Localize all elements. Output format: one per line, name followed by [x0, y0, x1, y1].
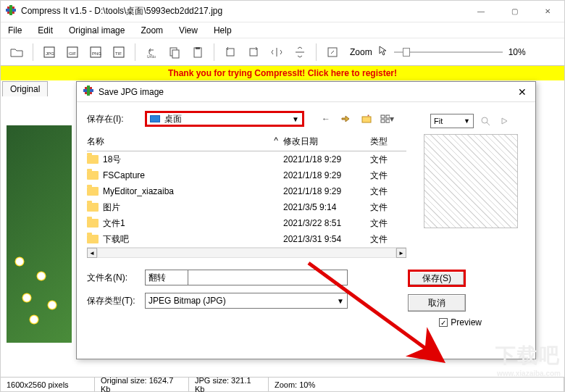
zoom-in-icon[interactable] [478, 114, 493, 128]
col-date[interactable]: 修改日期 [283, 135, 370, 148]
list-item[interactable]: FSCapture2021/1/18 9:29文件 [87, 167, 406, 183]
file-list[interactable]: 18号2021/1/18 9:29文件 FSCapture2021/1/18 9… [87, 151, 406, 248]
svg-text:GIF: GIF [69, 51, 76, 56]
menu-edit[interactable]: Edit [35, 24, 56, 37]
paste-icon[interactable] [188, 42, 208, 62]
folder-icon [87, 187, 99, 196]
h-scrollbar[interactable]: ◄ ► [87, 248, 406, 258]
rotate-left-icon[interactable] [220, 42, 240, 62]
cancel-button[interactable]: 取消 [408, 294, 466, 312]
filetype-combo[interactable]: JPEG Bitmap (JPG) ▼ [145, 293, 348, 309]
dialog-title: Save JPG image [99, 87, 509, 97]
zoom-label: Zoom [350, 47, 372, 57]
view-menu-icon[interactable]: ▾ [380, 112, 394, 126]
flip-v-icon[interactable] [290, 42, 310, 62]
svg-rect-2 [9, 5, 12, 15]
list-item[interactable]: 下载吧2021/3/31 9:54文件 [87, 231, 406, 247]
button-column: 保存(S) 取消 [408, 270, 466, 312]
folder-icon [87, 219, 99, 228]
filename-field[interactable] [188, 270, 348, 285]
dialog-close-button[interactable]: ✕ [509, 82, 535, 102]
desktop-icon [150, 115, 160, 122]
status-original-size: Original size: 1624.7 Kb [95, 378, 189, 391]
chevron-down-icon: ▼ [292, 115, 299, 123]
list-item[interactable]: 文件12021/3/22 8:51文件 [87, 215, 406, 231]
zoom-value: 10% [508, 47, 526, 57]
play-icon[interactable] [497, 114, 511, 128]
filename-value[interactable]: 翻转 [146, 270, 188, 285]
close-button[interactable]: ✕ [531, 1, 564, 22]
savein-label: 保存在(I): [87, 113, 138, 125]
folder-icon [87, 235, 99, 243]
new-folder-icon[interactable]: * [359, 112, 374, 126]
maximize-button[interactable]: ▢ [498, 1, 531, 22]
svg-rect-13 [172, 50, 179, 58]
flip-h-icon[interactable] [267, 42, 287, 62]
savein-row: 保存在(I): 桌面 ▼ ← * ▾ Fit▼ [87, 111, 525, 127]
dialog-body: 保存在(I): 桌面 ▼ ← * ▾ Fit▼ [77, 102, 535, 359]
filename-highlight: 翻转 [145, 270, 188, 285]
savein-combo[interactable]: 桌面 ▼ [145, 111, 304, 127]
svg-rect-15 [196, 47, 200, 49]
tab-original[interactable]: Original [2, 81, 48, 96]
list-item[interactable]: MyEditor_xiazaiba2021/1/18 9:29文件 [87, 183, 406, 199]
save-button[interactable]: 保存(S) [408, 270, 466, 287]
svg-rect-25 [386, 115, 390, 118]
tif-icon[interactable]: TIF [109, 42, 129, 62]
bottom-area: 文件名(N): 翻转 保存类型(T): JPEG Bitmap (JPG) ▼ … [87, 270, 525, 312]
png-icon[interactable]: PNG [85, 42, 106, 62]
resize-icon[interactable] [322, 42, 343, 62]
copy-icon[interactable] [164, 42, 185, 62]
filetype-label: 保存类型(T): [87, 295, 138, 307]
filename-label: 文件名(N): [87, 272, 138, 284]
file-list-header: 名称 ^ 修改日期 类型 [87, 133, 406, 151]
preview-checkbox-row: ✓ Preview [87, 317, 525, 328]
back-icon[interactable]: ← [319, 112, 333, 126]
list-item[interactable]: 图片2021/3/5 9:14文件 [87, 199, 406, 215]
svg-text:PNG: PNG [92, 51, 101, 56]
app-icon [5, 4, 17, 18]
rotate-right-icon[interactable] [243, 42, 264, 62]
filetype-value: JPEG Bitmap (JPG) [148, 296, 226, 306]
menu-zoom[interactable]: Zoom [138, 24, 166, 37]
menu-file[interactable]: File [5, 24, 25, 37]
register-banner[interactable]: Thank you for trying CompressIt! Click h… [1, 66, 564, 80]
toolbar: JPG GIF PNG TIF Undo Zoom 10% [1, 38, 564, 66]
menu-view[interactable]: View [176, 24, 201, 37]
folder-icon [87, 171, 99, 180]
statusbar: 1600x2560 pixels Original size: 1624.7 K… [1, 377, 564, 391]
svg-rect-27 [386, 120, 390, 122]
undo-icon[interactable]: Undo [141, 42, 162, 62]
preview-panel: Fit▼ [417, 114, 525, 228]
list-item[interactable]: 18号2021/1/18 9:29文件 [87, 151, 406, 167]
col-name[interactable]: 名称 [87, 135, 269, 148]
preview-checkbox[interactable]: ✓ [439, 318, 448, 327]
cursor-icon [378, 45, 388, 59]
svg-text:TIF: TIF [115, 51, 122, 56]
fit-combo[interactable]: Fit▼ [430, 114, 474, 128]
jpg-icon[interactable]: JPG [39, 42, 59, 62]
sort-indicator-icon: ^ [269, 135, 283, 148]
slider-thumb[interactable] [403, 48, 410, 57]
savein-value: 桌面 [164, 113, 182, 125]
status-jpg-size: JPG size: 321.1 Kb [189, 378, 269, 391]
zoom-slider[interactable] [394, 51, 503, 53]
svg-rect-26 [381, 120, 385, 122]
open-icon[interactable] [7, 42, 27, 62]
scroll-left-icon[interactable]: ◄ [87, 248, 97, 258]
scroll-right-icon[interactable]: ► [396, 248, 406, 258]
gif-icon[interactable]: GIF [62, 42, 83, 62]
svg-line-29 [487, 122, 490, 125]
minimize-button[interactable]: — [464, 1, 498, 22]
folder-icon [87, 203, 99, 212]
svg-text:Undo: Undo [147, 54, 156, 59]
menu-original[interactable]: Original image [66, 24, 127, 37]
menu-help[interactable]: Help [211, 24, 235, 37]
svg-text:JPG: JPG [46, 51, 54, 56]
svg-text:*: * [367, 114, 369, 120]
col-type[interactable]: 类型 [370, 135, 406, 148]
preview-box [424, 134, 518, 228]
save-dialog: Save JPG image ✕ 保存在(I): 桌面 ▼ ← * ▾ Fit▼ [76, 81, 536, 359]
svg-rect-21 [87, 86, 90, 96]
up-icon[interactable] [339, 112, 353, 126]
